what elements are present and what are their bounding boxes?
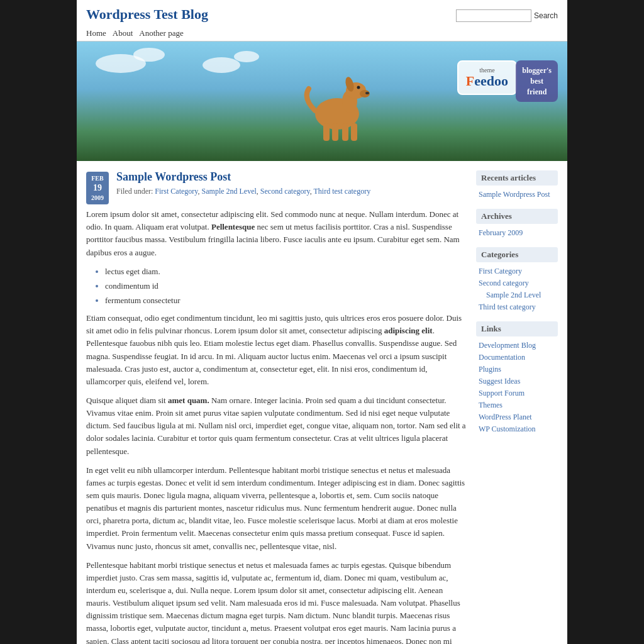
link-item-7: WordPress Planet (479, 412, 555, 422)
category-first[interactable]: First Category (155, 187, 197, 196)
archives-title: Archives (476, 209, 558, 224)
post-date-badge: FEB 19 2009 (86, 172, 109, 204)
recent-article-link[interactable]: Sample Wordpress Post (479, 190, 550, 199)
links-list: Development Blog Documentation Plugins S… (476, 340, 558, 434)
link-6[interactable]: Themes (479, 401, 502, 409)
archives-list: February 2009 (476, 228, 558, 238)
link-7[interactable]: WordPress Planet (479, 413, 532, 421)
main-content: FEB 19 2009 Sample Wordpress Post Filed … (86, 170, 467, 644)
link-item-6: Themes (479, 400, 555, 410)
search-bar: Search (456, 9, 558, 22)
search-button[interactable]: Search (534, 11, 558, 20)
archive-link[interactable]: February 2009 (479, 228, 523, 237)
feedoo-blogger-box: blogger'sbestfriend (516, 60, 558, 102)
category-link-1[interactable]: First Category (479, 267, 522, 275)
categories-list: First Category Second category Sample 2n… (476, 266, 558, 312)
link-3[interactable]: Plugins (479, 365, 501, 374)
recent-article-item: Sample Wordpress Post (479, 189, 555, 199)
post-paragraph-1: Lorem ipsum dolor sit amet, consectetur … (86, 208, 467, 259)
categories-widget: Categories First Category Second categor… (476, 247, 558, 312)
svg-rect-8 (332, 123, 338, 141)
nav-item-home[interactable]: Home (86, 28, 106, 38)
post-title: Sample Wordpress Post (116, 170, 467, 184)
link-item-3: Plugins (479, 364, 555, 374)
category-second[interactable]: Second category (260, 187, 310, 196)
link-8[interactable]: WP Customization (479, 425, 536, 433)
post-paragraph-4: In eget velit eu nibh ullamcorper interd… (86, 464, 467, 553)
post-year: 2009 (91, 194, 104, 202)
link-item-8: WP Customization (479, 424, 555, 434)
content-area: FEB 19 2009 Sample Wordpress Post Filed … (77, 161, 567, 644)
cloud-4 (234, 51, 259, 62)
feedoo-name: Feedoo (466, 74, 508, 89)
category-item-2: Second category (479, 278, 555, 288)
post-categories: Filed under: First Category, Sample 2nd … (116, 187, 467, 196)
blog-post: FEB 19 2009 Sample Wordpress Post Filed … (86, 170, 467, 644)
post-month: FEB (91, 174, 104, 182)
cloud-2 (133, 48, 165, 62)
category-third[interactable]: Third test category (314, 187, 371, 196)
svg-point-6 (365, 92, 369, 94)
link-1[interactable]: Development Blog (479, 341, 536, 350)
recent-articles-widget: Recents articles Sample Wordpress Post (476, 170, 558, 199)
archive-item: February 2009 (479, 228, 555, 238)
filed-under-label: Filed under: (116, 187, 153, 196)
archives-widget: Archives February 2009 (476, 209, 558, 238)
links-widget: Links Development Blog Documentation Plu… (476, 321, 558, 434)
list-item-3: fermentum consectetur (105, 294, 467, 307)
post-day: 19 (91, 182, 104, 194)
nav-item-another[interactable]: Another page (139, 28, 183, 38)
main-nav: Home About Another page (77, 26, 567, 42)
categories-title: Categories (476, 247, 558, 262)
category-link-sub[interactable]: Sample 2nd Level (486, 291, 541, 299)
post-paragraph-3: Quisque aliquet diam sit amet quam. Nam … (86, 394, 467, 458)
link-4[interactable]: Suggest Ideas (479, 377, 520, 386)
site-header: Wordpress Test Blog Search (77, 0, 567, 26)
category-link-3[interactable]: Third test category (479, 303, 536, 311)
link-5[interactable]: Support Forum (479, 389, 525, 397)
site-title[interactable]: Wordpress Test Blog (86, 6, 208, 23)
link-item-4: Suggest Ideas (479, 376, 555, 386)
svg-rect-7 (323, 123, 330, 141)
link-item-1: Development Blog (479, 340, 555, 350)
list-item-2: condimentum id (105, 280, 467, 292)
link-2[interactable]: Documentation (479, 353, 525, 362)
category-item-3: Third test category (479, 302, 555, 312)
sidebar: Recents articles Sample Wordpress Post A… (476, 170, 558, 644)
search-input[interactable] (456, 9, 531, 22)
svg-point-5 (357, 86, 360, 89)
link-item-2: Documentation (479, 352, 555, 362)
nav-item-about[interactable]: About (113, 28, 133, 38)
svg-rect-10 (351, 123, 357, 141)
links-title: Links (476, 321, 558, 336)
category-sample2nd[interactable]: Sample 2nd Level (202, 187, 257, 196)
post-body: Lorem ipsum dolor sit amet, consectetur … (86, 208, 467, 644)
list-item-1: lectus eget diam. (105, 265, 467, 278)
category-item-sub: Sample 2nd Level (479, 290, 555, 300)
category-item-1: First Category (479, 266, 555, 276)
category-link-2[interactable]: Second category (479, 279, 529, 287)
feedoo-logo: theme Feedoo (457, 60, 517, 95)
svg-rect-9 (342, 123, 348, 141)
post-paragraph-2: Etiam consequat, odio eget condimentum t… (86, 312, 467, 388)
recent-articles-list: Sample Wordpress Post (476, 189, 558, 199)
post-list: lectus eget diam. condimentum id ferment… (105, 265, 467, 307)
banner: theme Feedoo blogger'sbestfriend (77, 42, 567, 161)
post-paragraph-5: Pellentesque habitant morbi tristique se… (86, 559, 467, 644)
recent-articles-title: Recents articles (476, 170, 558, 186)
banner-dog-image (299, 60, 375, 142)
cloud-3 (203, 57, 240, 73)
link-item-5: Support Forum (479, 388, 555, 398)
page-wrapper: Wordpress Test Blog Search Home About An… (77, 0, 567, 644)
